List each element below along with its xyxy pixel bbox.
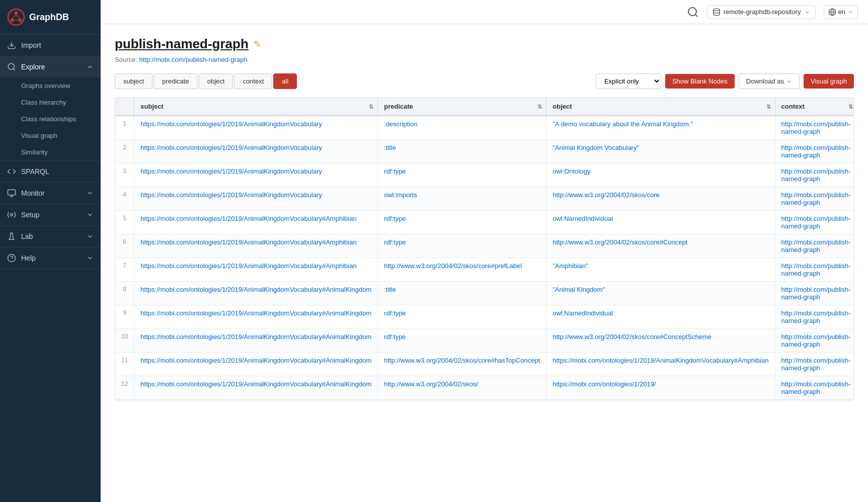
svg-point-2 bbox=[11, 19, 14, 22]
cell-object[interactable]: "Amphibian" bbox=[546, 258, 775, 282]
tab-object[interactable]: object bbox=[199, 73, 233, 89]
sidebar-section-import: Import bbox=[0, 35, 101, 56]
repository-selector[interactable]: remote-graphdb-repository bbox=[707, 5, 816, 19]
col-object[interactable]: object ⇅ bbox=[546, 98, 775, 116]
cell-object[interactable]: "A demo vocabulary about the Animal King… bbox=[546, 116, 775, 140]
sidebar-item-explore[interactable]: Explore bbox=[0, 56, 101, 77]
main-area: remote-graphdb-repository en publish-nam… bbox=[101, 0, 868, 502]
search-icon[interactable] bbox=[687, 6, 699, 18]
cell-predicate[interactable]: http://www.w3.org/2004/02/skos/core#hasT… bbox=[378, 353, 546, 376]
cell-subject[interactable]: https://mobi.com/ontologies/1/2019/Anima… bbox=[134, 234, 378, 258]
table-row: 12https://mobi.com/ontologies/1/2019/Ani… bbox=[115, 376, 854, 400]
sidebar-subitem-graphs-overview[interactable]: Graphs overview bbox=[0, 77, 101, 94]
sidebar-subitem-visual-graph[interactable]: Visual graph bbox=[0, 127, 101, 144]
cell-predicate[interactable]: rdf:type bbox=[378, 329, 546, 353]
cell-context[interactable]: http://mobi.com/publish-named-graph bbox=[775, 187, 854, 211]
setup-label: Setup bbox=[21, 211, 40, 219]
cell-subject[interactable]: https://mobi.com/ontologies/1/2019/Anima… bbox=[134, 282, 378, 305]
cell-subject[interactable]: https://mobi.com/ontologies/1/2019/Anima… bbox=[134, 258, 378, 282]
sidebar-item-help[interactable]: Help bbox=[0, 247, 101, 269]
explore-icon bbox=[7, 62, 16, 71]
cell-predicate[interactable]: :description bbox=[378, 116, 546, 140]
cell-object[interactable]: http://www.w3.org/2004/02/skos/core bbox=[546, 187, 775, 211]
cell-predicate[interactable]: rdf:type bbox=[378, 234, 546, 258]
cell-subject[interactable]: https://mobi.com/ontologies/1/2019/Anima… bbox=[134, 305, 378, 329]
cell-predicate[interactable]: rdf:type bbox=[378, 163, 546, 187]
cell-predicate[interactable]: http://www.w3.org/2004/02/skos/ bbox=[378, 376, 546, 400]
sidebar-item-monitor[interactable]: Monitor bbox=[0, 183, 101, 204]
tab-context[interactable]: context bbox=[234, 73, 272, 89]
cell-subject[interactable]: https://mobi.com/ontologies/1/2019/Anima… bbox=[134, 116, 378, 140]
edit-icon[interactable]: ✎ bbox=[254, 39, 261, 50]
chevron-down-icon-lang bbox=[847, 9, 853, 15]
cell-object[interactable]: owl:NamedIndividual bbox=[546, 305, 775, 329]
cell-subject[interactable]: https://mobi.com/ontologies/1/2019/Anima… bbox=[134, 140, 378, 163]
cell-context[interactable]: http://mobi.com/publish-named-graph bbox=[775, 163, 854, 187]
sidebar-section-monitor: Monitor bbox=[0, 183, 101, 204]
svg-line-5 bbox=[16, 15, 20, 19]
sidebar-item-import[interactable]: Import bbox=[0, 35, 101, 56]
visual-graph-button[interactable]: Visual graph bbox=[804, 74, 854, 89]
cell-predicate[interactable]: :title bbox=[378, 140, 546, 163]
cell-context[interactable]: http://mobi.com/publish-named-graph bbox=[775, 329, 854, 353]
sidebar-subitem-similarity[interactable]: Similarity bbox=[0, 144, 101, 160]
cell-subject[interactable]: https://mobi.com/ontologies/1/2019/Anima… bbox=[134, 376, 378, 400]
tab-subject[interactable]: subject bbox=[115, 73, 152, 89]
source-url[interactable]: http://mobi.com/publish-named-graph bbox=[139, 56, 247, 63]
cell-subject[interactable]: https://mobi.com/ontologies/1/2019/Anima… bbox=[134, 329, 378, 353]
download-as-button[interactable]: Download as bbox=[739, 73, 800, 89]
cell-context[interactable]: http://mobi.com/publish-named-graph bbox=[775, 282, 854, 305]
sidebar-item-sparql[interactable]: SPARQL bbox=[0, 161, 101, 182]
cell-context[interactable]: http://mobi.com/publish-named-graph bbox=[775, 305, 854, 329]
cell-context[interactable]: http://mobi.com/publish-named-graph bbox=[775, 376, 854, 400]
sidebar-section-help: Help bbox=[0, 247, 101, 269]
cell-object[interactable]: https://mobi.com/ontologies/1/2019/Anima… bbox=[546, 353, 775, 376]
table-row: 11https://mobi.com/ontologies/1/2019/Ani… bbox=[115, 353, 854, 376]
tab-all[interactable]: all bbox=[273, 73, 297, 89]
cell-object[interactable]: "Animal Kingdom" bbox=[546, 282, 775, 305]
cell-context[interactable]: http://mobi.com/publish-named-graph bbox=[775, 258, 854, 282]
row-num: 11 bbox=[115, 353, 134, 376]
svg-point-8 bbox=[8, 63, 14, 69]
cell-context[interactable]: http://mobi.com/publish-named-graph bbox=[775, 140, 854, 163]
cell-context[interactable]: http://mobi.com/publish-named-graph bbox=[775, 211, 854, 234]
cell-object[interactable]: owl:NamedIndividual bbox=[546, 211, 775, 234]
cell-predicate[interactable]: owl:imports bbox=[378, 187, 546, 211]
chevron-down-icon bbox=[804, 9, 810, 15]
cell-predicate[interactable]: :title bbox=[378, 282, 546, 305]
cell-object[interactable]: http://www.w3.org/2004/02/skos/core#Conc… bbox=[546, 329, 775, 353]
show-blank-nodes-button[interactable]: Show Blank Nodes bbox=[665, 74, 735, 89]
sidebar-item-lab[interactable]: Lab bbox=[0, 226, 101, 247]
cell-object[interactable]: https://mobi.com/ontologies/1/2019/ bbox=[546, 376, 775, 400]
explicit-only-select[interactable]: Explicit only bbox=[596, 73, 661, 89]
col-predicate[interactable]: predicate ⇅ bbox=[378, 98, 546, 116]
monitor-icon bbox=[7, 189, 16, 198]
cell-object[interactable]: owl:Ontology bbox=[546, 163, 775, 187]
col-context[interactable]: context ⇅ bbox=[775, 98, 854, 116]
cell-context[interactable]: http://mobi.com/publish-named-graph bbox=[775, 353, 854, 376]
cell-object[interactable]: http://www.w3.org/2004/02/skos/core#Conc… bbox=[546, 234, 775, 258]
cell-predicate[interactable]: http://www.w3.org/2004/02/skos/core#pref… bbox=[378, 258, 546, 282]
sidebar-section-setup: Setup bbox=[0, 204, 101, 226]
row-num: 9 bbox=[115, 305, 134, 329]
cell-subject[interactable]: https://mobi.com/ontologies/1/2019/Anima… bbox=[134, 163, 378, 187]
cell-subject[interactable]: https://mobi.com/ontologies/1/2019/Anima… bbox=[134, 353, 378, 376]
table-row: 9https://mobi.com/ontologies/1/2019/Anim… bbox=[115, 305, 854, 329]
row-num: 10 bbox=[115, 329, 134, 353]
cell-subject[interactable]: https://mobi.com/ontologies/1/2019/Anima… bbox=[134, 187, 378, 211]
cell-predicate[interactable]: rdf:type bbox=[378, 211, 546, 234]
cell-context[interactable]: http://mobi.com/publish-named-graph bbox=[775, 116, 854, 140]
sidebar-item-setup[interactable]: Setup bbox=[0, 204, 101, 225]
table-row: 10https://mobi.com/ontologies/1/2019/Ani… bbox=[115, 329, 854, 353]
help-label: Help bbox=[21, 254, 36, 262]
svg-point-1 bbox=[15, 12, 18, 15]
sidebar-subitem-class-hierarchy[interactable]: Class hierarchy bbox=[0, 94, 101, 111]
cell-context[interactable]: http://mobi.com/publish-named-graph bbox=[775, 234, 854, 258]
cell-predicate[interactable]: rdf:type bbox=[378, 305, 546, 329]
tab-predicate[interactable]: predicate bbox=[153, 73, 197, 89]
cell-subject[interactable]: https://mobi.com/ontologies/1/2019/Anima… bbox=[134, 211, 378, 234]
cell-object[interactable]: "Animal Kingdom Vocabulary" bbox=[546, 140, 775, 163]
col-subject[interactable]: subject ⇅ bbox=[134, 98, 378, 116]
language-selector[interactable]: en bbox=[824, 5, 858, 19]
sidebar-subitem-class-relationships[interactable]: Class relationships bbox=[0, 111, 101, 127]
